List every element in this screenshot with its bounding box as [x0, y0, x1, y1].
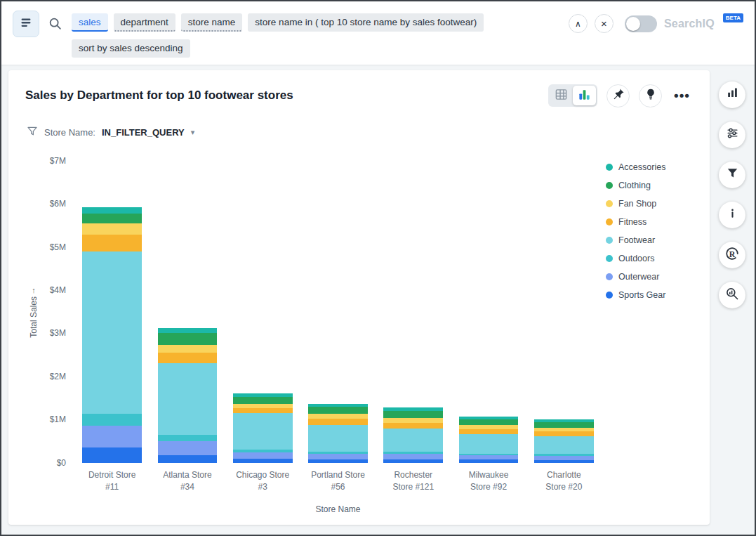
legend-item[interactable]: Outdoors: [606, 254, 693, 263]
bar-segment[interactable]: [158, 455, 218, 463]
bar-segment[interactable]: [158, 333, 218, 345]
bar-rochester-store-121[interactable]: [383, 407, 443, 463]
bar-segment[interactable]: [82, 414, 142, 426]
bar-atlanta-store-34[interactable]: [158, 328, 218, 463]
bar-segment[interactable]: [233, 408, 293, 413]
bar-portland-store-56[interactable]: [308, 404, 368, 463]
filter-value[interactable]: IN_FILTER_QUERY: [102, 127, 185, 138]
legend-item[interactable]: Fitness: [606, 217, 693, 227]
data-panel-icon: [18, 15, 34, 33]
collapse-search-button[interactable]: ∧: [569, 14, 588, 33]
bar-segment[interactable]: [82, 207, 142, 214]
bar-chicago-store-3[interactable]: [233, 393, 293, 463]
bar-segment[interactable]: [459, 429, 519, 434]
lightbulb-icon: [644, 88, 657, 103]
beta-badge: BETA: [723, 13, 743, 22]
bar-segment[interactable]: [233, 413, 293, 450]
clear-search-button[interactable]: ×: [595, 14, 614, 33]
bar-segment[interactable]: [82, 251, 142, 414]
sliders-icon: [726, 126, 739, 143]
bar-segment[interactable]: [308, 414, 368, 419]
legend-item[interactable]: Clothing: [606, 181, 693, 190]
explore-analyze-button[interactable]: [719, 282, 745, 308]
y-axis-title: ↑ Total Sales: [25, 161, 42, 463]
bar-segment[interactable]: [308, 459, 368, 463]
bar-segment[interactable]: [534, 460, 594, 463]
bar-segment[interactable]: [459, 434, 519, 454]
x-category-label: CharlotteStore #20: [526, 469, 602, 494]
search-query-input[interactable]: salesdepartmentstore namestore name in (…: [72, 11, 493, 58]
legend-item[interactable]: Outerwear: [606, 272, 693, 282]
bar-segment[interactable]: [158, 345, 218, 353]
data-panel-button[interactable]: [13, 11, 39, 37]
plot-area: [74, 161, 602, 463]
insights-button[interactable]: [639, 84, 662, 107]
table-view-button[interactable]: [550, 86, 573, 105]
bar-segment[interactable]: [383, 429, 443, 452]
search-token[interactable]: store name in ( top 10 store name by sal…: [248, 13, 484, 32]
bar-segment[interactable]: [158, 441, 218, 455]
more-options-button[interactable]: •••: [671, 88, 693, 103]
bar-segment[interactable]: [233, 452, 293, 459]
bar-segment[interactable]: [82, 223, 142, 235]
bar-segment[interactable]: [308, 454, 368, 459]
x-category-label: MilwaukeeStore #92: [451, 469, 526, 494]
searchiq-toggle[interactable]: [625, 15, 657, 32]
bar-segment[interactable]: [158, 363, 218, 434]
legend-item[interactable]: Fan Shop: [606, 199, 693, 209]
configure-chart-button[interactable]: [719, 122, 745, 148]
bar-segment[interactable]: [308, 419, 368, 425]
bar-segment[interactable]: [459, 419, 519, 425]
legend-swatch: [606, 237, 613, 244]
bar-segment[interactable]: [82, 447, 142, 463]
pin-button[interactable]: [606, 84, 630, 107]
bar-milwaukee-store-92[interactable]: [459, 417, 519, 463]
y-tick-label: $7M: [50, 156, 66, 166]
bar-segment[interactable]: [233, 397, 293, 404]
legend-swatch: [606, 273, 613, 280]
bar-segment[interactable]: [82, 235, 142, 251]
legend-item[interactable]: Sports Gear: [606, 290, 693, 300]
legend-item[interactable]: Footwear: [606, 235, 693, 245]
bar-segment[interactable]: [158, 353, 218, 363]
search-token[interactable]: store name: [181, 13, 243, 32]
searchiq-label: SearchIQ: [664, 18, 715, 30]
legend-label: Clothing: [618, 181, 651, 190]
bar-detroit-store-11[interactable]: [82, 207, 142, 463]
legend-item[interactable]: Accessories: [606, 162, 693, 172]
bar-segment[interactable]: [233, 459, 293, 463]
pin-icon: [612, 88, 625, 103]
bar-segment[interactable]: [383, 411, 443, 418]
stacked-bar-chart: ↑ Total Sales $7M$6M$5M$4M$3M$2M$1M$0 De…: [25, 161, 693, 515]
bar-charlotte-store-20[interactable]: [534, 419, 594, 463]
bar-segment[interactable]: [383, 423, 443, 429]
search-token[interactable]: sales: [72, 13, 108, 32]
bar-segment[interactable]: [534, 422, 594, 428]
bar-slot: [376, 161, 451, 463]
r-analysis-button[interactable]: R: [719, 242, 745, 268]
chart-view-button[interactable]: [573, 86, 596, 105]
chevron-down-icon[interactable]: ▾: [191, 128, 195, 137]
details-button[interactable]: [719, 202, 745, 228]
search-icon: [48, 16, 63, 34]
search-token[interactable]: department: [114, 13, 175, 32]
bar-segment[interactable]: [158, 328, 218, 333]
bar-segment[interactable]: [82, 426, 142, 447]
bar-segment[interactable]: [308, 407, 368, 413]
bar-segment[interactable]: [383, 418, 443, 423]
filters-button[interactable]: [719, 162, 745, 188]
plot-column: Detroit Store#11Atlanta Store#34Chicago …: [74, 161, 602, 515]
bar-segment[interactable]: [308, 425, 368, 452]
bar-segment[interactable]: [459, 459, 519, 462]
bar-segment[interactable]: [383, 459, 443, 463]
bar-segment[interactable]: [534, 436, 594, 455]
info-icon: [727, 207, 738, 222]
y-tick-label: $4M: [50, 285, 66, 295]
search-token[interactable]: sort by sales descending: [72, 39, 190, 58]
search-bar: salesdepartmentstore namestore name in (…: [1, 1, 755, 65]
funnel-icon: [27, 126, 38, 140]
change-visualization-button[interactable]: [719, 81, 745, 108]
bar-segment[interactable]: [158, 435, 218, 441]
bar-segment[interactable]: [383, 454, 443, 459]
bar-segment[interactable]: [82, 214, 142, 224]
